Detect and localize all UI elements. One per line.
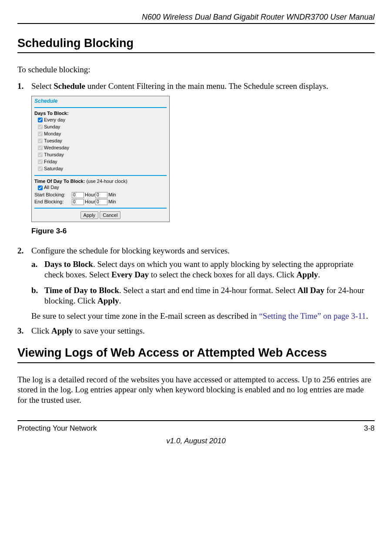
step-2-text: Configure the schedule for blocking keyw… bbox=[31, 246, 230, 255]
checkbox-wednesday[interactable] bbox=[38, 145, 43, 150]
checkbox-every-day[interactable] bbox=[38, 118, 43, 122]
day-row-tuesday: Tuesday bbox=[34, 138, 167, 145]
time-label-bold: Time Of Day To Block: bbox=[34, 179, 85, 184]
all-day-label: All Day bbox=[44, 185, 59, 191]
min-unit: Min bbox=[108, 192, 117, 198]
separator bbox=[34, 107, 167, 108]
step-2: 2. Configure the schedule for blocking k… bbox=[17, 246, 375, 322]
hour-unit: Hour bbox=[85, 192, 95, 198]
end-hour-input[interactable]: 0 bbox=[72, 199, 84, 205]
page-footer: Protecting Your Network 3-8 bbox=[17, 420, 375, 433]
day-label: Sunday bbox=[44, 124, 60, 130]
step-3-bold: Apply bbox=[51, 326, 73, 335]
end-blocking-label: End Blocking: bbox=[34, 199, 72, 205]
step-2a-b2: Every Day bbox=[111, 270, 149, 279]
day-row-monday: Monday bbox=[34, 131, 167, 138]
time-of-day-label: Time Of Day To Block: (use 24-hour clock… bbox=[34, 179, 167, 185]
step-2a-number: a. bbox=[31, 259, 44, 280]
step-3-pre: Click bbox=[31, 326, 51, 335]
step-2b-b3: Apply bbox=[97, 296, 119, 305]
checkbox-all-day[interactable] bbox=[38, 185, 43, 190]
start-hour-input[interactable]: 0 bbox=[72, 192, 84, 198]
day-label: Friday bbox=[44, 159, 57, 165]
running-header: N600 Wireless Dual Band Gigabit Router W… bbox=[17, 12, 375, 24]
hour-unit: Hour bbox=[85, 199, 95, 205]
step-2b-t1: . Select a start and end time in 24-hour… bbox=[119, 286, 298, 295]
checkbox-thursday[interactable] bbox=[38, 152, 43, 157]
apply-button[interactable]: Apply bbox=[80, 211, 99, 219]
day-row-wednesday: Wednesday bbox=[34, 145, 167, 152]
checkbox-saturday[interactable] bbox=[38, 166, 43, 171]
days-to-block-label: Days To Block: bbox=[34, 111, 167, 117]
step-2b: b. Time of Day to Block. Select a start … bbox=[31, 285, 375, 306]
footer-version: v1.0, August 2010 bbox=[17, 436, 375, 445]
time-label-hint: (use 24-hour clock) bbox=[85, 179, 127, 184]
step-2b-number: b. bbox=[31, 285, 44, 306]
step-1-number: 1. bbox=[17, 81, 31, 91]
setting-the-time-link[interactable]: “Setting the Time” on page 3-11 bbox=[259, 311, 366, 320]
step-3-post: to save your settings. bbox=[73, 326, 145, 335]
end-min-input[interactable]: 0 bbox=[95, 199, 107, 205]
step-3: 3. Click Apply to save your settings. bbox=[17, 326, 375, 336]
step-2-number: 2. bbox=[17, 246, 31, 322]
figure-caption: Figure 3-6 bbox=[31, 226, 375, 236]
step-1-text: Select Schedule under Content Filtering … bbox=[31, 81, 328, 91]
footer-page-number: 3-8 bbox=[364, 424, 375, 433]
step-3-text: Click Apply to save your settings. bbox=[31, 326, 145, 336]
separator bbox=[34, 175, 167, 176]
min-unit: Min bbox=[108, 199, 117, 205]
tz-note-post: . bbox=[366, 311, 368, 320]
heading-viewing-logs: Viewing Logs of Web Access or Attempted … bbox=[17, 346, 375, 363]
day-label: Tuesday bbox=[44, 138, 62, 144]
day-row-saturday: Saturday bbox=[34, 165, 167, 172]
step-2a: a. Days to Block. Select days on which y… bbox=[31, 259, 375, 280]
day-label: Saturday bbox=[44, 166, 63, 172]
checkbox-friday[interactable] bbox=[38, 159, 43, 164]
step-1-bold: Schedule bbox=[54, 81, 85, 91]
step-2a-t3: . bbox=[318, 270, 320, 279]
step-2a-t2: to select the check boxes for all days. … bbox=[149, 270, 296, 279]
start-blocking-label: Start Blocking: bbox=[34, 192, 72, 198]
heading-scheduling-blocking: Scheduling Blocking bbox=[17, 36, 375, 54]
step-1-post: under Content Filtering in the main menu… bbox=[85, 81, 328, 91]
step-2a-text: Days to Block. Select days on which you … bbox=[44, 259, 375, 280]
step-2b-b1: Time of Day to Block bbox=[44, 286, 119, 295]
footer-section-name: Protecting Your Network bbox=[17, 424, 97, 433]
day-label: Wednesday bbox=[44, 145, 69, 151]
day-row-every-day: Every day bbox=[34, 117, 167, 124]
all-day-row: All Day bbox=[34, 184, 167, 191]
day-row-friday: Friday bbox=[34, 159, 167, 165]
step-1: 1. Select Schedule under Content Filteri… bbox=[17, 81, 375, 91]
step-2b-text: Time of Day to Block. Select a start and… bbox=[44, 285, 375, 306]
schedule-screenshot: Schedule Days To Block: Every day Sunday… bbox=[31, 96, 170, 223]
checkbox-sunday[interactable] bbox=[38, 125, 43, 129]
day-label: Every day bbox=[44, 117, 65, 123]
separator bbox=[34, 208, 167, 209]
timezone-note: Be sure to select your time zone in the … bbox=[31, 311, 375, 321]
step-2b-b2: All Day bbox=[298, 286, 325, 295]
day-label: Monday bbox=[44, 131, 61, 137]
day-row-thursday: Thursday bbox=[34, 152, 167, 159]
step-2a-b3: Apply bbox=[296, 270, 318, 279]
logs-paragraph: The log is a detailed record of the webs… bbox=[17, 374, 375, 405]
checkbox-monday[interactable] bbox=[38, 132, 43, 136]
step-2a-b1: Days to Block bbox=[44, 260, 93, 269]
step-3-number: 3. bbox=[17, 326, 31, 336]
checkbox-tuesday[interactable] bbox=[38, 138, 43, 143]
intro-paragraph: To schedule blocking: bbox=[17, 64, 375, 75]
step-1-pre: Select bbox=[31, 81, 54, 91]
panel-title: Schedule bbox=[34, 98, 167, 105]
cancel-button[interactable]: Cancel bbox=[100, 211, 121, 219]
start-min-input[interactable]: 0 bbox=[95, 192, 107, 198]
step-2b-t3: . bbox=[119, 296, 121, 305]
day-label: Thursday bbox=[44, 152, 64, 158]
tz-note-pre: Be sure to select your time zone in the … bbox=[31, 311, 259, 320]
day-row-sunday: Sunday bbox=[34, 124, 167, 131]
